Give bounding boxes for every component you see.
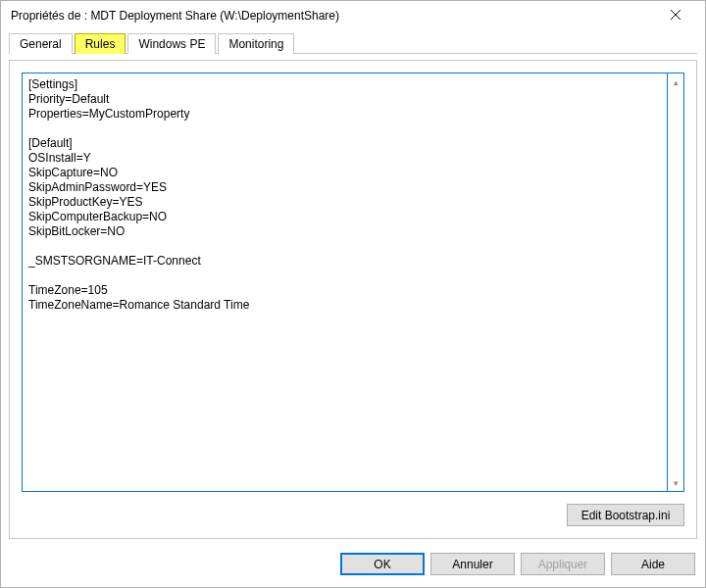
help-button[interactable]: Aide	[611, 553, 695, 575]
tab-panel-rules: ▴ ▾ Edit Bootstrap.ini	[9, 60, 697, 539]
dialog-button-row: OK Annuler Appliquer Aide	[1, 547, 705, 587]
tab-monitoring[interactable]: Monitoring	[218, 33, 294, 54]
edit-bootstrap-button[interactable]: Edit Bootstrap.ini	[567, 504, 684, 526]
properties-dialog: Propriétés de : MDT Deployment Share (W:…	[0, 0, 706, 588]
scroll-down-icon: ▾	[668, 474, 683, 491]
window-title: Propriétés de : MDT Deployment Share (W:…	[11, 9, 654, 23]
scrollbar-vertical[interactable]: ▴ ▾	[668, 73, 684, 492]
close-icon	[671, 9, 681, 23]
close-button[interactable]	[654, 2, 697, 29]
tab-windows-pe[interactable]: Windows PE	[127, 33, 216, 54]
titlebar: Propriétés de : MDT Deployment Share (W:…	[1, 1, 705, 30]
cancel-button[interactable]: Annuler	[430, 553, 515, 575]
panel-button-row: Edit Bootstrap.ini	[22, 504, 684, 526]
rules-editor-wrap: ▴ ▾	[22, 73, 684, 492]
tab-rules[interactable]: Rules	[75, 33, 126, 54]
tabstrip: General Rules Windows PE Monitoring	[1, 30, 705, 54]
ok-button[interactable]: OK	[340, 553, 425, 575]
apply-button[interactable]: Appliquer	[521, 553, 605, 575]
scroll-up-icon: ▴	[668, 74, 683, 90]
rules-textarea[interactable]	[22, 73, 668, 492]
tab-general[interactable]: General	[9, 33, 73, 54]
